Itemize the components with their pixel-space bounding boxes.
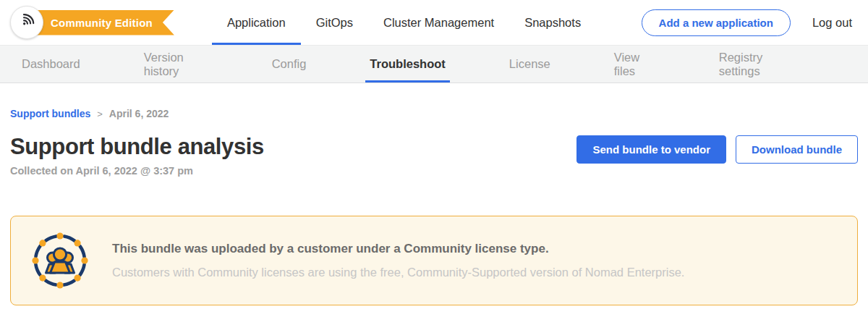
headline-text: Support bundle analysis Collected on Apr… [10, 134, 264, 177]
nav-application[interactable]: Application [212, 0, 301, 45]
subnav-registry-settings[interactable]: Registry settings [715, 46, 796, 83]
logout-link[interactable]: Log out [812, 16, 852, 30]
nav-snapshots[interactable]: Snapshots [509, 0, 596, 45]
notice-title: This bundle was uploaded by a customer u… [112, 242, 684, 256]
brand: Community Edition [10, 6, 174, 39]
headline-row: Support bundle analysis Collected on Apr… [10, 134, 858, 177]
community-license-notice: This bundle was uploaded by a customer u… [10, 216, 858, 305]
breadcrumb: Support bundles > April 6, 2022 [10, 108, 858, 119]
breadcrumb-separator: > [97, 109, 103, 119]
header-actions: Add a new application Log out [642, 9, 852, 36]
top-header: Community Edition Application GitOps Clu… [0, 0, 868, 45]
subnav-troubleshoot[interactable]: Troubleshoot [365, 46, 450, 83]
subnav-license[interactable]: License [505, 46, 555, 83]
breadcrumb-current: April 6, 2022 [109, 108, 169, 119]
bundle-actions: Send bundle to vendor Download bundle [576, 135, 858, 164]
app-subnav: Dashboard Version history Config Trouble… [0, 45, 868, 83]
community-license-icon [31, 232, 89, 289]
app-logo[interactable] [10, 6, 43, 39]
subnav-version-history[interactable]: Version history [140, 46, 213, 83]
notice-text: This bundle was uploaded by a customer u… [112, 242, 684, 279]
community-edition-badge: Community Edition [35, 10, 174, 35]
breadcrumb-support-bundles-link[interactable]: Support bundles [10, 108, 90, 119]
nav-cluster-management[interactable]: Cluster Management [368, 0, 509, 45]
nav-gitops[interactable]: GitOps [301, 0, 368, 45]
replicated-logo-icon [17, 12, 36, 33]
download-bundle-button[interactable]: Download bundle [736, 135, 858, 164]
add-new-application-button[interactable]: Add a new application [642, 9, 791, 36]
subnav-view-files[interactable]: View files [610, 46, 660, 83]
collected-timestamp: Collected on April 6, 2022 @ 3:37 pm [10, 165, 264, 177]
send-bundle-to-vendor-button[interactable]: Send bundle to vendor [576, 135, 726, 164]
page-title: Support bundle analysis [10, 134, 264, 160]
main-content: Support bundles > April 6, 2022 Support … [0, 108, 868, 305]
subnav-config[interactable]: Config [268, 46, 311, 83]
primary-nav: Application GitOps Cluster Management Sn… [212, 0, 596, 45]
notice-subtitle: Customers with Community licenses are us… [112, 266, 684, 279]
subnav-dashboard[interactable]: Dashboard [17, 46, 85, 83]
